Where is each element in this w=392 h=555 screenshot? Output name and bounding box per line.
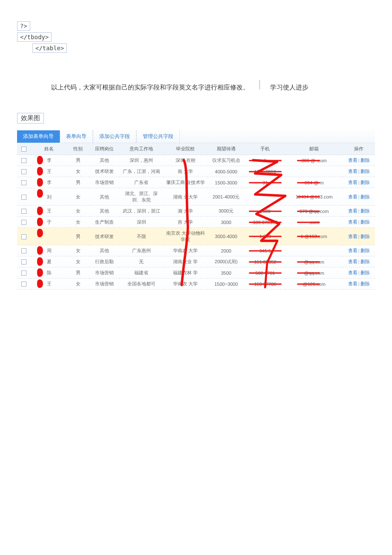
view-link[interactable]: 查看: [348, 248, 357, 253]
cell-actions: 查看|删除: [343, 177, 375, 188]
cell-school: 吉 大学: [164, 217, 208, 228]
row-checkbox[interactable]: [21, 209, 26, 214]
col-ops: 操作: [343, 143, 375, 155]
cell-salary: 仅求实习机会: [208, 155, 245, 166]
view-link[interactable]: 查看: [348, 281, 357, 286]
delete-link[interactable]: 删除: [360, 234, 370, 239]
cell-name: [31, 228, 67, 245]
cell-area: 深圳: [119, 217, 164, 228]
cell-gender: 女: [67, 279, 89, 290]
cell-school: 肇庆工商 业技术学: [164, 177, 208, 188]
row-checkbox[interactable]: [21, 248, 26, 253]
cell-gender: 男: [67, 267, 89, 279]
row-checkbox[interactable]: [21, 180, 26, 185]
row-checkbox[interactable]: [21, 220, 26, 225]
delete-link[interactable]: 删除: [360, 158, 370, 163]
table-row: 王女其他武汉，深圳，浙江湘 大学3000元1520673 @qq.com查看|删…: [17, 206, 375, 217]
table-row: 男技术研发不限南京农 大学动物科 学院3000-40001 219li @163…: [17, 228, 375, 245]
view-link[interactable]: 查看: [348, 180, 357, 185]
cell-phone: [245, 188, 286, 206]
delete-link[interactable]: 删除: [360, 208, 370, 213]
cell-salary: 1500-3000: [208, 177, 245, 188]
row-checkbox[interactable]: [21, 234, 26, 239]
cell-phone: 345 5: [245, 245, 286, 256]
cell-salary: 4000-5000: [208, 166, 245, 177]
code-line: ?>: [17, 21, 30, 31]
delete-link[interactable]: 删除: [360, 194, 370, 199]
cell-email: @qq.com: [285, 256, 343, 267]
cell-email: 894 @ m: [285, 177, 343, 188]
tab-manage-public-field[interactable]: 管理公共字段: [136, 130, 180, 143]
cell-name: 王: [31, 206, 67, 217]
view-link[interactable]: 查看: [348, 219, 357, 224]
table-row: 王女市场营销全国各地都可华南农 大学1500~3000159 97706 @12…: [17, 279, 375, 290]
row-checkbox[interactable]: [21, 270, 26, 276]
col-name: 姓名: [31, 143, 67, 155]
cell-email: [285, 166, 343, 177]
row-checkbox[interactable]: [21, 195, 26, 200]
cell-salary: 3500: [208, 267, 245, 279]
tab-add-public-field[interactable]: 添加公共字段: [93, 130, 136, 143]
cell-post: 其他: [89, 245, 120, 256]
table-header-row: 姓名 性别 应聘岗位 意向工作地 毕业院校 期望待遇 手机 邮箱 操作: [17, 143, 375, 155]
cell-school: 湖南 业大学: [164, 188, 208, 206]
view-link[interactable]: 查看: [348, 234, 357, 239]
description-row: 以上代码，大家可根据自己的实际字段和字段英文名字进行相应修改。 学习使人进步: [51, 80, 375, 92]
cell-gender: 男: [67, 155, 89, 166]
delete-link[interactable]: 删除: [360, 281, 370, 286]
cell-salary: 1500~3000: [208, 279, 245, 290]
row-checkbox[interactable]: [21, 259, 26, 265]
cell-post: 技术研发: [89, 228, 120, 245]
select-all-checkbox[interactable]: [21, 147, 26, 152]
cell-school: 湘 大学: [164, 206, 208, 217]
row-checkbox[interactable]: [21, 158, 26, 163]
view-link[interactable]: 查看: [348, 270, 357, 275]
delete-link[interactable]: 删除: [360, 180, 370, 185]
cell-post: 市场营销: [89, 279, 120, 290]
view-link[interactable]: 查看: [348, 259, 357, 264]
cell-salary: 3000: [208, 217, 245, 228]
tab-form-wizard[interactable]: 表单向导: [60, 130, 93, 143]
code-line: </tbody>: [17, 32, 52, 42]
tab-add-form-wizard[interactable]: 添加表单向导: [17, 130, 60, 143]
cell-actions: 查看|删除: [343, 217, 375, 228]
delete-link[interactable]: 删除: [360, 219, 370, 224]
cell-salary: 2000(试用): [208, 256, 245, 267]
cell-email: @126.com: [285, 279, 343, 290]
cell-post: 市场营销: [89, 177, 120, 188]
delete-link[interactable]: 删除: [360, 259, 370, 264]
table-row: 王女技术研发广东，江浙，河南南 大学4000-50001535 8651查看|删…: [17, 166, 375, 177]
code-line: </table>: [32, 43, 67, 53]
cell-name: 李: [31, 155, 67, 166]
delete-link[interactable]: 删除: [360, 270, 370, 275]
col-post: 应聘岗位: [89, 143, 120, 155]
cell-post: 生产制造: [89, 217, 120, 228]
table-container: 姓名 性别 应聘岗位 意向工作地 毕业院校 期望待遇 手机 邮箱 操作 李男其他…: [17, 143, 375, 290]
cell-gender: 女: [67, 188, 89, 206]
cell-school: 湖南农业 学: [164, 256, 208, 267]
view-link[interactable]: 查看: [348, 158, 357, 163]
table-row: 李男其他深圳，惠州深圳 在校仅求实习机会 1306 @ .com查看|删除: [17, 155, 375, 166]
cell-email: li @163.com: [285, 228, 343, 245]
cell-phone: 1520: [245, 206, 286, 217]
cell-actions: 查看|删除: [343, 155, 375, 166]
cell-area: 全国各地都可: [119, 279, 164, 290]
view-link[interactable]: 查看: [348, 208, 357, 213]
cell-gender: 女: [67, 206, 89, 217]
view-link[interactable]: 查看: [348, 194, 357, 199]
data-table: 姓名 性别 应聘岗位 意向工作地 毕业院校 期望待遇 手机 邮箱 操作 李男其他…: [17, 143, 375, 290]
row-checkbox[interactable]: [21, 169, 26, 174]
row-checkbox[interactable]: [21, 282, 26, 287]
cell-area: 广东惠州: [119, 245, 164, 256]
section-heading: 效果图: [17, 113, 44, 124]
cell-area: 湖北、浙江、深圳、东莞: [119, 188, 164, 206]
delete-link[interactable]: 删除: [360, 169, 370, 174]
cell-school: 深圳 在校: [164, 155, 208, 166]
tabs-bar: 添加表单向导 表单向导 添加公共字段 管理公共字段: [17, 130, 375, 143]
delete-link[interactable]: 删除: [360, 248, 370, 253]
cell-salary: 2000: [208, 245, 245, 256]
cell-area: 广东省: [119, 177, 164, 188]
cell-phone: 31: [245, 177, 286, 188]
view-link[interactable]: 查看: [348, 169, 357, 174]
vertical-separator: [259, 80, 260, 89]
